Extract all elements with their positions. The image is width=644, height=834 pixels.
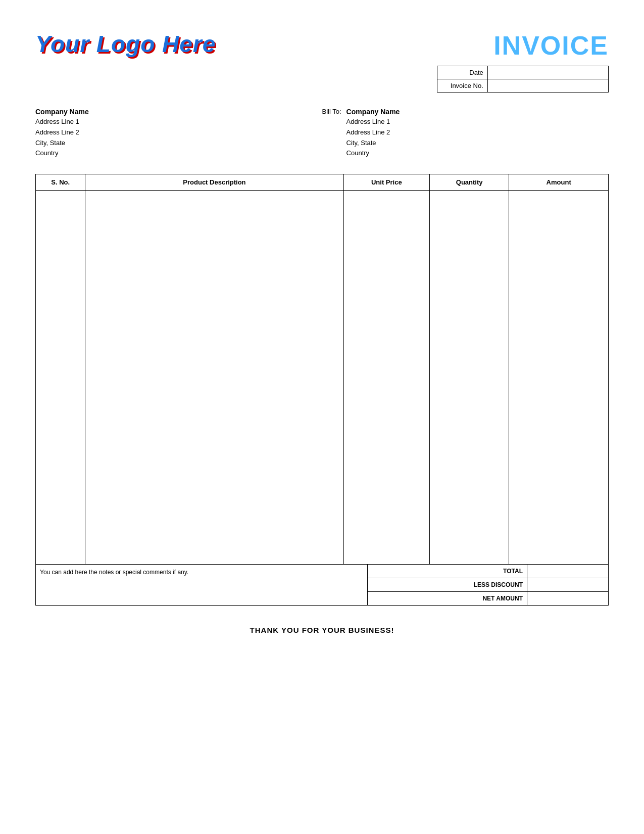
logo-text: Your Logo Here: [35, 30, 216, 58]
totals-right: TOTAL LESS DISCOUNT NET AMOUNT: [368, 565, 608, 605]
logo-area: Your Logo Here: [35, 30, 216, 58]
less-discount-row: LESS DISCOUNT: [368, 578, 608, 592]
less-discount-label: LESS DISCOUNT: [368, 578, 527, 591]
from-section: Company Name Address Line 1 Address Line…: [35, 108, 293, 159]
item-sno[interactable]: [36, 191, 85, 565]
header-unit-price: Unit Price: [343, 174, 429, 191]
to-address: Company Name Address Line 1 Address Line…: [346, 108, 400, 159]
item-amount[interactable]: [509, 191, 609, 565]
total-row: TOTAL: [368, 565, 608, 578]
table-header: S. No. Product Description Unit Price Qu…: [36, 174, 609, 191]
from-company-name: Company Name: [35, 108, 293, 116]
thank-you-message: THANK YOU FOR YOUR BUSINESS!: [35, 626, 609, 634]
table-items-row: [36, 191, 609, 565]
invoice-table: S. No. Product Description Unit Price Qu…: [35, 174, 609, 565]
date-invoice-table: Date Invoice No.: [437, 66, 609, 92]
header-amount: Amount: [509, 174, 609, 191]
total-label: TOTAL: [368, 565, 527, 578]
from-city-state: City, State: [35, 138, 293, 149]
header-quantity: Quantity: [430, 174, 509, 191]
item-quantity[interactable]: [430, 191, 509, 565]
header-sno: S. No.: [36, 174, 85, 191]
invoice-no-row: Invoice No.: [437, 79, 609, 92]
item-description[interactable]: [85, 191, 343, 565]
to-country: Country: [346, 148, 400, 159]
from-address-line2: Address Line 2: [35, 127, 293, 138]
item-unit-price[interactable]: [343, 191, 429, 565]
to-address-line1: Address Line 1: [346, 117, 400, 127]
invoice-header: Your Logo Here INVOICE Date Invoice No.: [35, 30, 609, 92]
table-body: [36, 191, 609, 565]
date-value[interactable]: [487, 66, 608, 79]
invoice-no-label: Invoice No.: [437, 79, 488, 92]
header-description: Product Description: [85, 174, 343, 191]
net-amount-label: NET AMOUNT: [368, 592, 527, 605]
right-header: INVOICE Date Invoice No.: [437, 30, 609, 92]
table-header-row: S. No. Product Description Unit Price Qu…: [36, 174, 609, 191]
to-company-name: Company Name: [346, 108, 400, 116]
totals-section: You can add here the notes or special co…: [35, 565, 609, 606]
net-amount-row: NET AMOUNT: [368, 592, 608, 605]
less-discount-value[interactable]: [527, 578, 608, 591]
from-country: Country: [35, 148, 293, 159]
net-amount-value[interactable]: [527, 592, 608, 605]
date-row: Date: [437, 66, 609, 79]
to-address-line2: Address Line 2: [346, 127, 400, 138]
invoice-title: INVOICE: [493, 30, 609, 61]
to-section: Bill To: Company Name Address Line 1 Add…: [322, 108, 609, 159]
to-city-state: City, State: [346, 138, 400, 149]
notes-area[interactable]: You can add here the notes or special co…: [36, 565, 368, 605]
date-label: Date: [437, 66, 488, 79]
invoice-no-value[interactable]: [487, 79, 608, 92]
bill-to-label: Bill To:: [322, 108, 341, 159]
billing-section: Company Name Address Line 1 Address Line…: [35, 108, 609, 159]
from-address-line1: Address Line 1: [35, 117, 293, 127]
total-value[interactable]: [527, 565, 608, 578]
